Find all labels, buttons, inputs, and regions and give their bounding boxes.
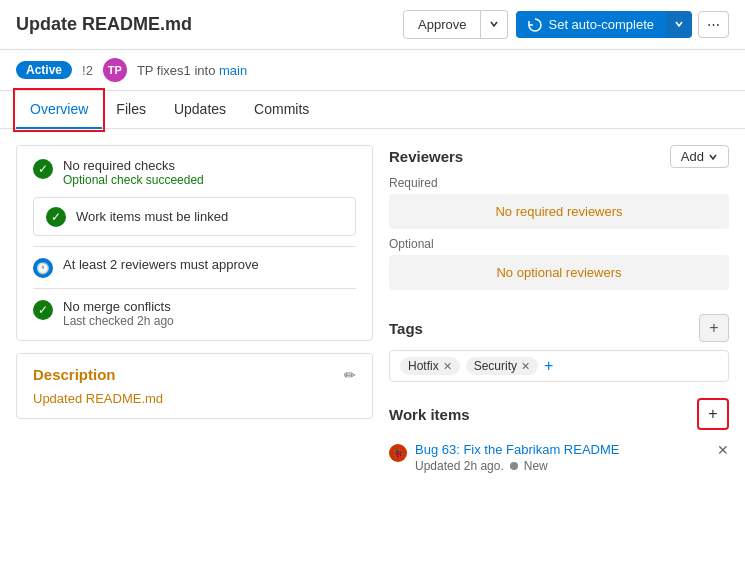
sub-info-text: TP fixes1 into <box>137 63 216 78</box>
work-item-row: 🐞 Bug 63: Fix the Fabrikam README Update… <box>389 438 729 477</box>
work-items-header: Work items + <box>389 398 729 430</box>
tab-overview[interactable]: Overview <box>16 91 102 129</box>
tabs-bar: Overview Files Updates Commits <box>0 91 745 129</box>
chevron-down-icon-2 <box>674 19 684 29</box>
tag-add-button[interactable]: + <box>544 357 553 375</box>
chevron-down-icon <box>489 19 499 29</box>
tags-title: Tags <box>389 320 423 337</box>
work-item-meta: Updated 2h ago. New <box>415 459 709 473</box>
reviewers-section: Reviewers Add Required No required revie… <box>389 145 729 298</box>
left-panel: ✓ No required checks Optional check succ… <box>16 145 373 547</box>
autocomplete-label: Set auto-complete <box>548 17 654 32</box>
last-checked-label: Last checked 2h ago <box>63 314 174 328</box>
work-item-updated: Updated 2h ago. <box>415 459 504 473</box>
work-item-details: Bug 63: Fix the Fabrikam README Updated … <box>415 442 709 473</box>
tab-updates[interactable]: Updates <box>160 91 240 129</box>
optional-label: Optional <box>389 237 729 251</box>
active-badge: Active <box>16 61 72 79</box>
description-title: Description <box>33 366 116 383</box>
tag-hotfix-label: Hotfix <box>408 359 439 373</box>
work-item-status-dot <box>510 462 518 470</box>
divider-2 <box>33 288 356 289</box>
required-label: Required <box>389 176 729 190</box>
check-item-merge: ✓ No merge conflicts Last checked 2h ago <box>33 299 356 328</box>
work-items-section: Work items + 🐞 Bug 63: Fix the Fabrikam … <box>389 398 729 477</box>
no-required-checks-label: No required checks <box>63 158 204 173</box>
reviewers-title: Reviewers <box>389 148 463 165</box>
more-options-button[interactable]: ⋯ <box>698 11 729 38</box>
tag-security-label: Security <box>474 359 517 373</box>
check-item-required: ✓ No required checks Optional check succ… <box>33 158 356 187</box>
description-card: Description ✏ Updated README.md <box>16 353 373 419</box>
work-items-check: ✓ Work items must be linked <box>33 197 356 236</box>
tag-chip-security: Security ✕ <box>466 357 538 375</box>
work-item-status: New <box>524 459 548 473</box>
edit-icon[interactable]: ✏ <box>344 367 356 383</box>
work-item-close-button[interactable]: ✕ <box>717 442 729 458</box>
approve-button[interactable]: Approve <box>403 10 481 39</box>
branch-link[interactable]: main <box>219 63 247 78</box>
tab-files[interactable]: Files <box>102 91 160 129</box>
page-header: Update README.md Approve Set auto-comple… <box>0 0 745 50</box>
optional-check-label: Optional check succeeded <box>63 173 204 187</box>
work-items-success-icon: ✓ <box>46 207 66 227</box>
add-tag-plus-button[interactable]: + <box>699 314 729 342</box>
approve-chevron-button[interactable] <box>481 10 508 39</box>
check-item-reviewers: 🕐 At least 2 reviewers must approve <box>33 257 356 278</box>
autocomplete-button[interactable]: Set auto-complete <box>516 11 666 38</box>
tag-hotfix-remove[interactable]: ✕ <box>443 360 452 373</box>
tag-chip-hotfix: Hotfix ✕ <box>400 357 460 375</box>
bug-icon: 🐞 <box>389 444 407 462</box>
reviewers-header: Reviewers Add <box>389 145 729 168</box>
description-header: Description ✏ <box>33 366 356 383</box>
work-item-title[interactable]: Bug 63: Fix the Fabrikam README <box>415 442 709 457</box>
sub-info: TP fixes1 into main <box>137 63 247 78</box>
success-icon: ✓ <box>33 159 53 179</box>
tab-commits[interactable]: Commits <box>240 91 323 129</box>
no-required-reviewers: No required reviewers <box>389 194 729 229</box>
tags-header: Tags + <box>389 314 729 342</box>
no-merge-conflicts-label: No merge conflicts <box>63 299 174 314</box>
no-optional-reviewers: No optional reviewers <box>389 255 729 290</box>
more-icon: ⋯ <box>707 17 720 32</box>
commit-count: !2 <box>82 63 93 78</box>
right-panel: Reviewers Add Required No required revie… <box>389 145 729 547</box>
tags-section: Tags + Hotfix ✕ Security ✕ + <box>389 314 729 382</box>
merge-text: No merge conflicts Last checked 2h ago <box>63 299 174 328</box>
optional-reviewers: Optional No optional reviewers <box>389 237 729 290</box>
check-required-text: No required checks Optional check succee… <box>63 158 204 187</box>
header-actions: Approve Set auto-complete ⋯ <box>403 10 729 39</box>
description-text: Updated README.md <box>33 391 356 406</box>
main-content: ✓ No required checks Optional check succ… <box>0 129 745 563</box>
divider <box>33 246 356 247</box>
add-reviewer-label: Add <box>681 149 704 164</box>
tags-container: Hotfix ✕ Security ✕ + <box>389 350 729 382</box>
checks-card: ✓ No required checks Optional check succ… <box>16 145 373 341</box>
add-work-item-button[interactable]: + <box>697 398 729 430</box>
chevron-down-icon-3 <box>708 152 718 162</box>
required-reviewers: Required No required reviewers <box>389 176 729 229</box>
page-title: Update README.md <box>16 14 393 35</box>
tag-security-remove[interactable]: ✕ <box>521 360 530 373</box>
clock-icon: 🕐 <box>33 258 53 278</box>
autocomplete-icon <box>528 18 542 32</box>
work-items-check-label: Work items must be linked <box>76 209 228 224</box>
merge-success-icon: ✓ <box>33 300 53 320</box>
autocomplete-chevron-button[interactable] <box>666 11 692 38</box>
avatar: TP <box>103 58 127 82</box>
add-reviewer-button[interactable]: Add <box>670 145 729 168</box>
sub-header: Active !2 TP TP fixes1 into main <box>0 50 745 91</box>
work-items-title: Work items <box>389 406 470 423</box>
reviewers-check-label: At least 2 reviewers must approve <box>63 257 259 272</box>
